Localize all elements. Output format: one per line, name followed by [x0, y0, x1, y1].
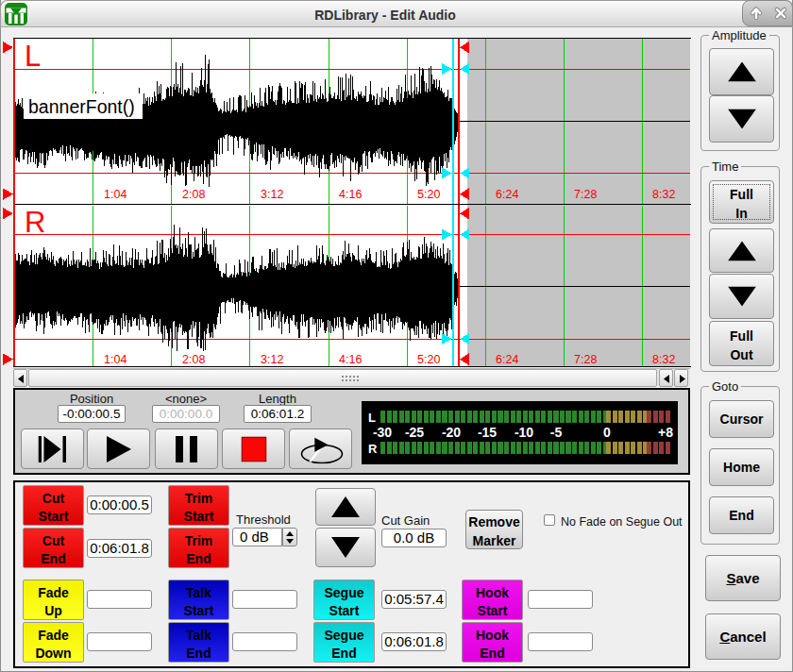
svg-text:4:16: 4:16: [339, 353, 362, 366]
svg-text:1:04: 1:04: [104, 188, 127, 201]
svg-text:8:32: 8:32: [652, 188, 675, 201]
svg-text:3:12: 3:12: [261, 188, 283, 201]
svg-text:8:32: 8:32: [652, 353, 675, 366]
svg-text:2:08: 2:08: [182, 188, 205, 201]
svg-text:7:28: 7:28: [574, 353, 597, 366]
svg-text:6:24: 6:24: [496, 188, 518, 201]
svg-text:7:28: 7:28: [574, 188, 597, 201]
svg-text:6:24: 6:24: [496, 353, 518, 366]
svg-text:3:12: 3:12: [261, 353, 283, 366]
svg-text:R: R: [25, 206, 45, 239]
svg-text:L: L: [25, 40, 41, 73]
svg-text:1:04: 1:04: [104, 353, 127, 366]
svg-text:bannerFont(): bannerFont(): [28, 96, 135, 117]
svg-text:2:08: 2:08: [182, 353, 205, 366]
svg-text:5:20: 5:20: [417, 353, 440, 366]
svg-text:4:16: 4:16: [339, 188, 362, 201]
svg-text:5:20: 5:20: [417, 188, 440, 201]
